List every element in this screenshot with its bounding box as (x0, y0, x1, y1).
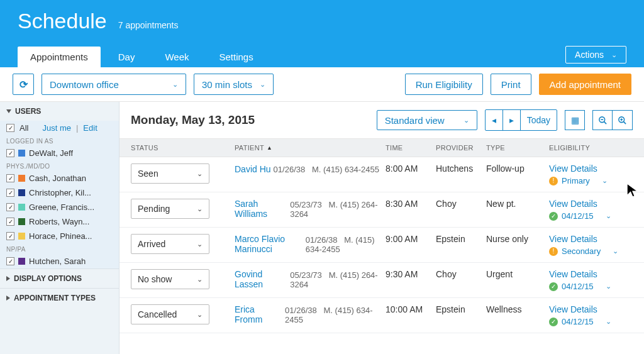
checkbox[interactable]: ✓ (6, 203, 14, 211)
sidebar-user-row[interactable]: ✓Christopher, Kil... (0, 185, 119, 200)
nppa-label: NP/PA (0, 243, 119, 254)
tab-settings[interactable]: Settings (207, 47, 266, 67)
patient-meta: 01/26/38 M. (415) 634-2455 (274, 165, 379, 174)
checkbox[interactable]: ✓ (6, 218, 14, 226)
view-details-link[interactable]: View Details (549, 304, 597, 314)
zoom-in-button[interactable] (613, 110, 633, 130)
view-details-link[interactable]: View Details (549, 269, 597, 279)
color-swatch (18, 189, 25, 196)
today-button[interactable]: Today (520, 110, 557, 130)
status-dot-icon: ! (549, 177, 558, 185)
add-appointment-button[interactable]: Add appointment (539, 74, 631, 95)
zoom-out-button[interactable] (592, 110, 613, 130)
checkbox-all[interactable]: ✓ (6, 124, 14, 132)
checkbox[interactable]: ✓ (6, 189, 14, 197)
chevron-down-icon: ⌄ (172, 80, 178, 89)
status-value: Pending (138, 204, 170, 214)
status-select[interactable]: Pending⌄ (131, 199, 209, 219)
user-name: Roberts, Wayn... (29, 217, 89, 226)
calendar-button[interactable]: ▦ (565, 110, 585, 130)
users-label: USERS (15, 107, 41, 116)
eligibility-status[interactable]: ✓04/12/15 ⌄ (549, 211, 611, 221)
office-label: Downtown office (50, 79, 119, 90)
tab-day[interactable]: Day (106, 47, 148, 67)
appt-provider: Choy (436, 269, 486, 279)
logged-in-label: LOGGED IN AS (0, 135, 119, 146)
checkbox[interactable]: ✓ (6, 257, 14, 265)
patient-link[interactable]: Govind Lassen (235, 269, 287, 289)
run-eligibility-button[interactable]: Run Eligibility (405, 74, 483, 95)
sidebar-user-row[interactable]: ✓Roberts, Wayn... (0, 214, 119, 229)
status-select[interactable]: Seen⌄ (131, 163, 209, 184)
view-details-link[interactable]: View Details (549, 163, 597, 174)
content: Monday, May 13, 2015 Standard view ⌄ ◂ ▸… (119, 102, 644, 354)
caret-right-icon: ▸ (509, 115, 514, 125)
eligibility-status[interactable]: !Secondary ⌄ (549, 246, 618, 256)
eligibility-text: Primary (562, 176, 590, 185)
view-details-link[interactable]: View Details (549, 234, 597, 244)
sidebar-section-appt-types[interactable]: APPOINTMENT TYPES (0, 288, 119, 307)
patient-meta: 01/26/38 M. (415) 634-2455 (285, 306, 386, 324)
next-day-button[interactable]: ▸ (502, 110, 520, 130)
slot-select[interactable]: 30 min slots ⌄ (194, 74, 274, 95)
user-name: Greene, Francis... (29, 202, 94, 212)
eligibility-status[interactable]: ✓04/12/15 ⌄ (549, 282, 611, 291)
page-subtitle: 7 appointments (118, 20, 179, 30)
date-title: Monday, May 13, 2015 (131, 113, 369, 127)
patient-link[interactable]: Erica Fromm (235, 304, 282, 324)
checkbox[interactable]: ✓ (6, 174, 14, 182)
eligibility-status[interactable]: ✓04/12/15 ⌄ (549, 317, 611, 326)
sidebar-user-row[interactable]: ✓Horace, Phinea... (0, 229, 119, 243)
sidebar-user-row[interactable]: ✓Hutchen, Sarah (0, 254, 119, 268)
sidebar-section-users[interactable]: USERS (0, 102, 119, 121)
checkbox[interactable]: ✓ (6, 232, 14, 240)
prev-day-button[interactable]: ◂ (486, 110, 502, 130)
checkbox[interactable]: ✓ (6, 149, 14, 157)
svg-line-4 (623, 121, 626, 124)
chevron-down-icon: ⌄ (197, 205, 203, 213)
tab-appointments[interactable]: Appointments (18, 47, 101, 67)
sidebar-section-display-options[interactable]: DISPLAY OPTIONS (0, 268, 119, 288)
status-select[interactable]: Arrived⌄ (131, 234, 209, 254)
color-swatch (18, 175, 25, 182)
chevron-down-icon: ⌄ (613, 247, 618, 255)
view-select[interactable]: Standard view ⌄ (377, 110, 477, 130)
sidebar-user-row[interactable]: ✓Cash, Jonathan (0, 171, 119, 185)
status-value: Seen (138, 169, 158, 179)
chevron-down-icon: ⌄ (602, 177, 608, 185)
status-select[interactable]: Cancelled⌄ (131, 304, 209, 324)
status-dot-icon: ! (549, 247, 558, 256)
col-time[interactable]: TIME (386, 144, 436, 152)
appt-type: Urgent (486, 269, 549, 279)
col-provider[interactable]: PROVIDER (436, 144, 486, 152)
col-eligibility[interactable]: ELIGIBILITY (549, 144, 633, 152)
col-patient[interactable]: PATIENT ▲ (235, 144, 386, 152)
actions-dropdown[interactable]: Actions ⌄ (565, 46, 626, 64)
appointment-types-label: APPOINTMENT TYPES (14, 294, 96, 302)
refresh-icon: ⟳ (19, 79, 28, 91)
eligibility-text: 04/12/15 (562, 317, 594, 326)
patient-link[interactable]: David Hu (235, 164, 271, 174)
zoom-out-icon (598, 116, 608, 125)
status-select[interactable]: No show⌄ (131, 269, 209, 289)
appt-type: Wellness (486, 304, 549, 314)
chevron-down-icon: ⌄ (606, 318, 611, 326)
eligibility-text: Secondary (562, 246, 601, 256)
sidebar-user-row[interactable]: ✓ DeWalt, Jeff (0, 146, 119, 160)
refresh-button[interactable]: ⟳ (13, 74, 34, 95)
tab-week[interactable]: Week (152, 47, 201, 67)
patient-link[interactable]: Marco Flavio Marinucci (235, 234, 303, 254)
print-button[interactable]: Print (491, 74, 531, 95)
sidebar-user-row[interactable]: ✓Greene, Francis... (0, 200, 119, 214)
chevron-down-icon: ⌄ (197, 170, 203, 178)
just-me-link[interactable]: Just me (42, 123, 71, 133)
eligibility-text: 04/12/15 (562, 211, 594, 221)
edit-link[interactable]: Edit (83, 123, 97, 133)
view-details-link[interactable]: View Details (549, 199, 597, 209)
col-status[interactable]: STATUS (131, 144, 235, 152)
col-type[interactable]: TYPE (486, 144, 549, 152)
eligibility-status[interactable]: !Primary ⌄ (549, 176, 608, 185)
office-select[interactable]: Downtown office ⌄ (42, 74, 186, 95)
patient-link[interactable]: Sarah Williams (235, 199, 287, 219)
chevron-down-icon: ⌄ (197, 240, 203, 248)
